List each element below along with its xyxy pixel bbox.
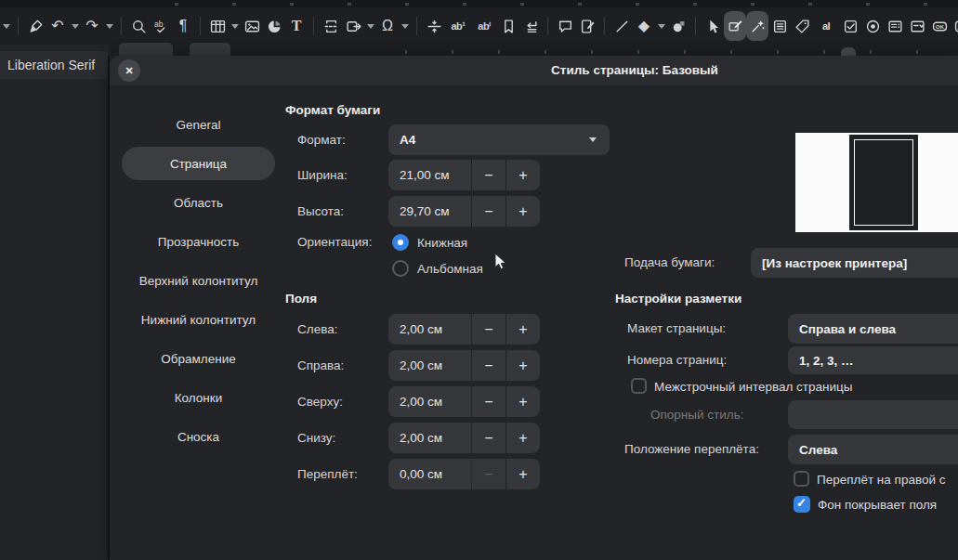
decrease-button[interactable]: − xyxy=(471,196,505,227)
wizards-icon[interactable] xyxy=(746,11,768,41)
gutter-right-checkbox[interactable]: Переплёт на правой с xyxy=(794,471,945,488)
increase-button[interactable]: + xyxy=(505,386,540,417)
decrease-button[interactable]: − xyxy=(471,314,505,345)
dialog-sidebar: GeneralСтраницаОбластьПрозрачностьВерхни… xyxy=(122,108,275,459)
tab-нижний-колонтитул[interactable]: Нижний колонтитул xyxy=(122,303,275,336)
checkbox-field-icon[interactable] xyxy=(839,12,861,40)
clone-formatting-icon[interactable] xyxy=(24,12,46,40)
page-break-icon[interactable] xyxy=(320,12,342,40)
option-button-icon[interactable] xyxy=(861,12,884,40)
spin-field[interactable]: 2,00 см−+ xyxy=(388,314,540,345)
increase-button[interactable]: + xyxy=(505,423,540,453)
spin-value[interactable]: 2,00 см xyxy=(388,350,471,381)
decrease-button[interactable]: − xyxy=(471,160,505,190)
combo-box-icon[interactable] xyxy=(906,12,928,40)
basic-shapes-caret-icon[interactable] xyxy=(655,24,667,29)
undo-icon[interactable]: ↶ xyxy=(46,12,69,40)
undo-caret-icon[interactable] xyxy=(69,24,81,29)
form-navigator-icon[interactable] xyxy=(768,12,791,40)
tab-прозрачность[interactable]: Прозрачность xyxy=(122,225,275,258)
spin-value[interactable]: 2,00 см xyxy=(388,386,471,417)
design-mode-icon[interactable] xyxy=(724,11,746,41)
label-field-icon[interactable] xyxy=(791,12,813,40)
spin-field[interactable]: 29,70 см−+ xyxy=(388,196,540,227)
increase-button[interactable]: + xyxy=(505,350,540,381)
spin-field[interactable]: 0,00 см−+ xyxy=(388,459,540,489)
tab-верхний-колонтитул[interactable]: Верхний колонтитул xyxy=(122,264,275,297)
draw-functions-icon[interactable] xyxy=(667,12,689,40)
insert-line-icon[interactable] xyxy=(610,12,633,40)
close-icon[interactable]: ✕ xyxy=(118,59,140,82)
spin-value[interactable]: 2,00 см xyxy=(388,314,471,345)
insert-image-icon[interactable] xyxy=(241,12,263,40)
orientation-radio-landscape[interactable]: Альбомная xyxy=(392,255,483,281)
basic-shapes-icon[interactable]: ◆ xyxy=(633,12,655,40)
spin-value[interactable]: 21,00 см xyxy=(388,160,471,190)
gutter-position-dropdown[interactable]: Слева xyxy=(788,435,958,464)
spin-value[interactable]: 29,70 см xyxy=(388,196,471,227)
find-icon[interactable] xyxy=(127,12,150,40)
ruler-segment xyxy=(190,43,230,56)
insert-section-icon[interactable] xyxy=(342,12,364,40)
track-changes-icon[interactable] xyxy=(576,12,598,40)
text-field-icon[interactable]: aI xyxy=(813,12,839,40)
image-button-icon[interactable] xyxy=(951,12,958,40)
cross-reference-icon[interactable] xyxy=(519,12,542,40)
background-covers-margins-checkbox[interactable]: Фон покрывает поля xyxy=(794,496,937,514)
paper-tray-dropdown[interactable]: [Из настроек принтера] xyxy=(751,248,958,278)
insert-comment-icon[interactable] xyxy=(554,12,576,40)
orientation-radio-portrait[interactable]: Книжная xyxy=(392,229,467,255)
orientation-label: Ориентация: xyxy=(297,229,372,255)
horizontal-line-icon[interactable] xyxy=(423,12,445,40)
page-numbers-dropdown[interactable]: 1, 2, 3, … xyxy=(788,346,958,374)
special-character-icon[interactable]: Ω xyxy=(376,12,399,40)
insert-endnote-icon[interactable]: abⁱ xyxy=(471,12,497,40)
redo-icon[interactable]: ↷ xyxy=(81,12,103,40)
spin-value[interactable]: 0,00 см xyxy=(388,459,471,489)
insert-footnote-icon[interactable]: ab¹ xyxy=(445,12,471,40)
line-spacing-checkbox[interactable]: Межстрочный интервал страницы xyxy=(631,378,853,396)
gutter-position-dropdown-value: Слева xyxy=(799,443,837,457)
tab-сноска[interactable]: Сноска xyxy=(122,420,275,453)
spin-field[interactable]: 21,00 см−+ xyxy=(388,160,540,190)
insert-table-icon[interactable] xyxy=(206,12,229,40)
tab-область[interactable]: Область xyxy=(122,186,275,219)
page-layout-dropdown[interactable]: Справа и слева xyxy=(788,314,958,344)
tab-general[interactable]: General xyxy=(122,108,275,141)
font-name-combobox[interactable]: Liberation Serif xyxy=(0,51,110,79)
spin-label: Высота: xyxy=(297,196,344,227)
background-covers-margins-checkbox-label: Фон покрывает поля xyxy=(818,496,937,514)
insert-chart-icon[interactable] xyxy=(263,12,285,40)
increase-button[interactable]: + xyxy=(505,196,540,227)
decrease-button[interactable]: − xyxy=(471,423,505,453)
decrease-button[interactable]: − xyxy=(471,350,505,381)
spin-value[interactable]: 2,00 см xyxy=(388,423,471,453)
spin-field[interactable]: 2,00 см−+ xyxy=(388,350,540,381)
spin-field[interactable]: 2,00 см−+ xyxy=(388,386,540,417)
formatting-marks-icon[interactable]: ¶ xyxy=(172,12,194,40)
redo-caret-icon[interactable] xyxy=(103,24,115,29)
find-replace-icon[interactable]: ab xyxy=(150,12,172,40)
select-icon[interactable] xyxy=(702,12,724,40)
tab-страница[interactable]: Страница xyxy=(122,147,275,180)
insert-textbox-icon-glyph: T xyxy=(292,19,302,33)
decrease-button[interactable]: − xyxy=(471,459,505,489)
special-character-caret-icon[interactable] xyxy=(399,24,411,29)
increase-button[interactable]: + xyxy=(505,459,540,489)
decrease-button[interactable]: − xyxy=(471,386,505,417)
list-box-icon[interactable] xyxy=(884,12,906,40)
insert-textbox-icon[interactable]: T xyxy=(285,12,308,40)
insert-section-caret-icon[interactable] xyxy=(364,24,376,29)
toolbar-overflow-caret-icon[interactable] xyxy=(0,24,12,29)
insert-table-caret-icon[interactable] xyxy=(229,24,241,29)
format-dropdown[interactable]: A4 xyxy=(388,124,610,155)
push-button-icon[interactable]: OK xyxy=(928,12,951,40)
spin-row: Переплёт:0,00 см−+ xyxy=(297,459,650,489)
anchor-style-dropdown[interactable] xyxy=(788,400,958,429)
increase-button[interactable]: + xyxy=(505,160,540,190)
tab-обрамление[interactable]: Обрамление xyxy=(122,342,275,375)
tab-колонки[interactable]: Колонки xyxy=(122,381,275,414)
spin-field[interactable]: 2,00 см−+ xyxy=(388,423,540,453)
insert-bookmark-icon[interactable] xyxy=(497,12,519,40)
increase-button[interactable]: + xyxy=(505,314,540,345)
